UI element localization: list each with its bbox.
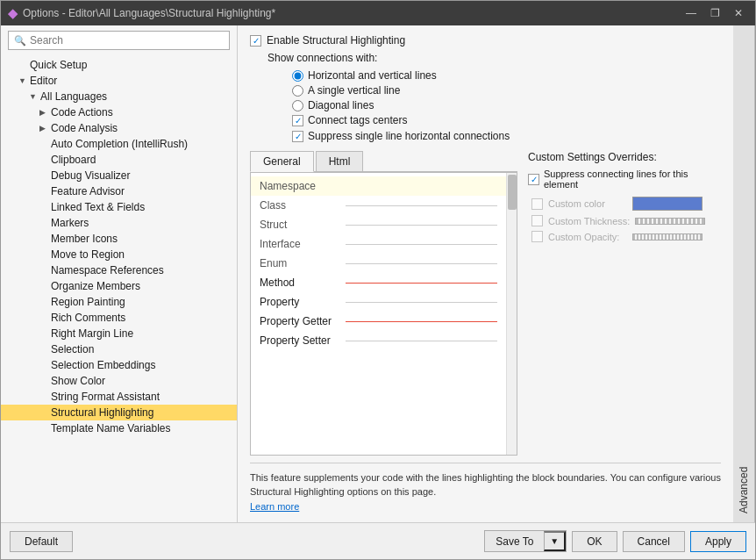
sidebar-item-structural-highlighting[interactable]: Structural Highlighting xyxy=(1,405,237,420)
preview-item-label: Class xyxy=(260,199,339,212)
sidebar-item-quick-setup[interactable]: Quick Setup xyxy=(1,57,237,73)
tab-html[interactable]: Html xyxy=(316,151,364,171)
footer-right: Save To ▼ OK Cancel Apply xyxy=(484,530,746,552)
sidebar-item-clipboard[interactable]: Clipboard xyxy=(1,152,237,168)
sidebar-item-right-margin-line[interactable]: Right Margin Line xyxy=(1,326,237,341)
sidebar-item-selection-embeddings[interactable]: Selection Embeddings xyxy=(1,357,237,373)
minimize-button[interactable]: — xyxy=(681,6,702,20)
radio-diagonal[interactable] xyxy=(292,100,303,111)
footer: Default Save To ▼ OK Cancel Apply xyxy=(1,522,755,559)
sidebar-item-debug-visualizer[interactable]: Debug Visualizer xyxy=(1,168,237,183)
sidebar-item-label: String Format Assistant xyxy=(51,391,160,403)
custom-color-swatch[interactable] xyxy=(632,197,703,211)
sidebar-item-string-format[interactable]: String Format Assistant xyxy=(1,389,237,405)
title-bar-left: ◆ Options - Editor\All Languages\Structu… xyxy=(8,6,275,20)
save-to-button[interactable]: Save To xyxy=(485,531,544,551)
sidebar-item-region-painting[interactable]: Region Painting xyxy=(1,294,237,310)
sidebar-item-label: Organize Members xyxy=(51,280,140,292)
preview-scrollbar-thumb xyxy=(508,175,517,210)
sidebar-item-code-actions[interactable]: ▶ Code Actions xyxy=(1,104,237,120)
suppress-connecting-checkbox[interactable] xyxy=(528,174,539,185)
preview-item-label: Property Setter xyxy=(260,334,339,347)
tab-general[interactable]: General xyxy=(250,151,314,172)
preview-item-line xyxy=(346,225,497,226)
main-content: General Html Namespace Class xyxy=(250,151,721,456)
ok-button[interactable]: OK xyxy=(572,531,617,552)
suppress-single-checkbox[interactable] xyxy=(292,131,303,142)
sidebar-item-show-color[interactable]: Show Color xyxy=(1,373,237,389)
sidebar-item-member-icons[interactable]: Member Icons xyxy=(1,231,237,247)
preview-scrollbar[interactable] xyxy=(506,173,517,455)
preview-item-class[interactable]: Class xyxy=(251,196,506,215)
radio-row-1: Horizontal and vertical lines xyxy=(292,69,721,82)
custom-opacity-checkbox[interactable] xyxy=(531,231,543,242)
sidebar-item-label: Feature Advisor xyxy=(51,185,125,197)
sidebar-item-rich-comments[interactable]: Rich Comments xyxy=(1,310,237,326)
arrow-icon: ▼ xyxy=(18,76,27,85)
sidebar-item-label: Right Margin Line xyxy=(51,327,133,340)
restore-button[interactable]: ❐ xyxy=(705,6,725,20)
radio-horizontal-vertical[interactable] xyxy=(292,70,303,82)
preview-item-struct[interactable]: Struct xyxy=(251,215,506,234)
preview-item-method[interactable]: Method xyxy=(251,273,506,292)
sidebar-item-feature-advisor[interactable]: Feature Advisor xyxy=(1,183,237,199)
enable-label: Enable Structural Highlighting xyxy=(267,34,405,47)
custom-thickness-checkbox[interactable] xyxy=(531,215,543,226)
show-connections-row: Show connections with: xyxy=(267,52,721,64)
preview-item-interface[interactable]: Interface xyxy=(251,234,506,254)
custom-color-row: Custom color xyxy=(528,197,721,211)
preview-item-line-red xyxy=(346,321,497,322)
thickness-slider[interactable] xyxy=(635,218,705,225)
sidebar-item-linked-text[interactable]: Linked Text & Fields xyxy=(1,199,237,215)
custom-color-checkbox[interactable] xyxy=(531,198,543,210)
sidebar-item-selection[interactable]: Selection xyxy=(1,341,237,357)
preview-item-property-getter[interactable]: Property Getter xyxy=(251,312,506,331)
connections-section: Show connections with: Horizontal and ve… xyxy=(267,52,721,146)
sidebar-item-label: Selection Embeddings xyxy=(51,359,155,371)
sidebar-item-code-analysis[interactable]: ▶ Code Analysis xyxy=(1,120,237,136)
sidebar-item-label: Code Actions xyxy=(51,106,113,118)
preview-item-line-red xyxy=(346,283,497,284)
app-icon: ◆ xyxy=(8,6,18,20)
preview-item-enum[interactable]: Enum xyxy=(251,254,506,273)
preview-item-label: Enum xyxy=(260,257,339,269)
advanced-tab[interactable]: Advanced xyxy=(733,25,755,522)
preview-item-label: Method xyxy=(260,276,339,289)
radio-single-vertical[interactable] xyxy=(292,85,303,97)
sidebar-item-label: Member Icons xyxy=(51,233,118,245)
sidebar-item-markers[interactable]: Markers xyxy=(1,215,237,231)
apply-button[interactable]: Apply xyxy=(690,531,746,552)
preview-list: Namespace Class Struct xyxy=(251,173,506,455)
preview-item-property-setter[interactable]: Property Setter xyxy=(251,331,506,350)
tab-bar: General Html xyxy=(250,151,517,172)
default-button[interactable]: Default xyxy=(10,531,73,552)
sidebar-item-label: Template Name Variables xyxy=(51,422,171,434)
close-button[interactable]: ✕ xyxy=(729,6,748,20)
connect-tags-checkbox[interactable] xyxy=(292,115,303,126)
arrow-icon: ▶ xyxy=(39,108,48,117)
sidebar-item-editor[interactable]: ▼ Editor xyxy=(1,73,237,89)
opacity-track[interactable] xyxy=(632,233,703,241)
title-bar: ◆ Options - Editor\All Languages\Structu… xyxy=(1,1,755,25)
save-to-dropdown[interactable]: ▼ xyxy=(544,531,566,551)
connect-tags-row: Connect tags centers xyxy=(292,114,721,126)
preview-item-property[interactable]: Property xyxy=(251,292,506,312)
search-input[interactable] xyxy=(30,34,224,47)
preview-box: Namespace Class Struct xyxy=(250,172,517,456)
arrow-icon: ▶ xyxy=(39,124,48,133)
sidebar-item-namespace-references[interactable]: Namespace References xyxy=(1,262,237,278)
sidebar-item-move-to-region[interactable]: Move to Region xyxy=(1,247,237,262)
learn-more-link[interactable]: Learn more xyxy=(250,501,299,512)
cancel-button[interactable]: Cancel xyxy=(623,531,685,552)
sidebar-item-all-languages[interactable]: ▼ All Languages xyxy=(1,89,237,104)
enable-checkbox[interactable] xyxy=(250,35,261,47)
preview-item-namespace[interactable]: Namespace xyxy=(251,176,506,196)
sidebar-item-template-name-variables[interactable]: Template Name Variables xyxy=(1,420,237,436)
save-to-split-button: Save To ▼ xyxy=(484,530,567,552)
sidebar-item-organize-members[interactable]: Organize Members xyxy=(1,278,237,294)
preview-item-line xyxy=(346,205,497,206)
sidebar-item-label: Structural Highlighting xyxy=(51,406,153,419)
sidebar-item-auto-completion[interactable]: Auto Completion (IntelliRush) xyxy=(1,136,237,152)
left-panel: 🔍 Quick Setup ▼ Editor ▼ All Languages ▶ xyxy=(1,25,238,522)
description-text: This feature supplements your code with … xyxy=(250,472,721,498)
